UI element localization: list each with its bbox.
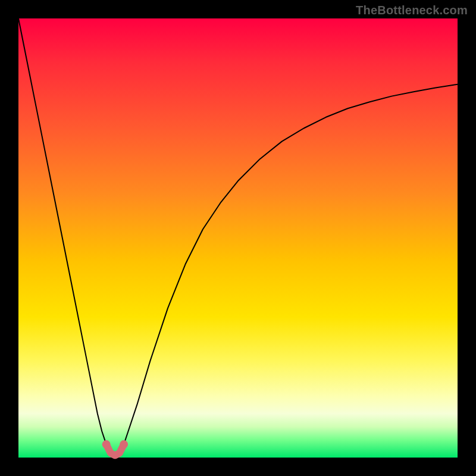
chart-svg	[18, 18, 458, 458]
optimal-range-endpoints	[102, 440, 129, 449]
marker-endpoint	[120, 440, 128, 449]
plot-area	[18, 18, 458, 458]
watermark-text: TheBottleneck.com	[356, 4, 468, 17]
marker-endpoint	[102, 440, 111, 449]
chart-frame: TheBottleneck.com	[0, 0, 476, 476]
bottleneck-curve	[18, 18, 458, 455]
